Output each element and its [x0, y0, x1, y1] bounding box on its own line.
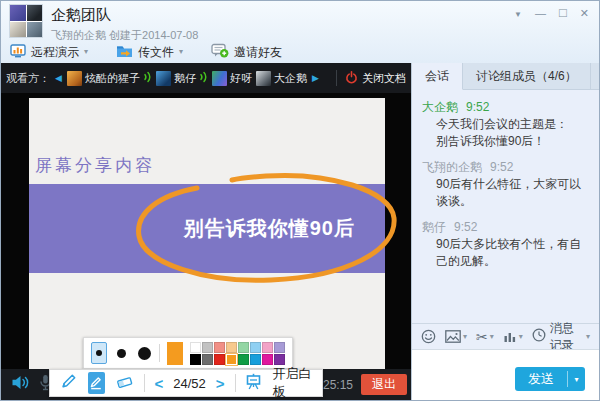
close-document-label: 关闭文档: [362, 71, 406, 86]
avatar: [27, 22, 43, 38]
chat-toolbar: ▾ ✂ ▾ ▾ 消息记录 ▾: [412, 323, 599, 349]
color-swatch[interactable]: [190, 354, 201, 365]
message-input[interactable]: 发送 ▾: [412, 349, 599, 400]
viewer-name: 鹅仔: [174, 71, 196, 86]
scroll-right-icon[interactable]: ▶: [311, 73, 320, 83]
session-timer: 25:15: [323, 378, 353, 392]
message-text: 别告诉我你懂90后！: [436, 133, 589, 150]
viewer-item[interactable]: 鹅仔: [156, 71, 208, 86]
pen-tool-button[interactable]: [60, 372, 78, 394]
invite-friends-button[interactable]: 邀请好友: [211, 43, 282, 61]
top-area: 企鹅团队 飞翔的企鹅 创建于2014-07-08 ▼ — □ ✕ 远程演示 ▾: [1, 1, 599, 63]
avatar: [27, 5, 43, 21]
viewer-item[interactable]: 大企鹅: [256, 71, 307, 86]
color-swatch[interactable]: [238, 342, 249, 353]
color-swatch[interactable]: [274, 342, 285, 353]
chevron-down-icon: ▾: [519, 333, 523, 341]
scroll-left-icon[interactable]: ◀: [54, 73, 63, 83]
eraser-tool-button[interactable]: [115, 373, 134, 393]
color-swatch[interactable]: [274, 354, 285, 365]
sender-name: 飞翔的企鹅: [422, 160, 482, 174]
viewer-item[interactable]: 好呀: [212, 71, 252, 86]
tab-conversation[interactable]: 会话: [412, 63, 463, 90]
menu-icon[interactable]: ▼: [514, 9, 522, 21]
chevron-down-icon: ▾: [84, 48, 88, 56]
remote-demo-icon: [10, 44, 26, 61]
open-whiteboard-button[interactable]: 开启白板: [272, 365, 312, 401]
speaking-signal-icon: [143, 71, 152, 85]
maximize-icon[interactable]: □: [559, 7, 567, 21]
group-avatar: [9, 4, 43, 38]
next-page-button[interactable]: >: [216, 376, 225, 391]
send-label[interactable]: 发送: [515, 367, 567, 391]
slide-heading: 屏幕分享内容: [35, 154, 155, 177]
avatar: [10, 5, 26, 21]
main-toolbar: 远程演示 ▾ 传文件 ▾ 邀请好友: [1, 41, 599, 63]
sender-name: 大企鹅: [422, 100, 458, 114]
color-swatch[interactable]: [250, 342, 261, 353]
divider: [159, 344, 160, 362]
slide-banner-text: 别告诉我你懂90后: [184, 215, 355, 242]
minimize-icon[interactable]: —: [535, 7, 546, 21]
shared-screen-stage: 屏幕分享内容 别告诉我你懂90后: [1, 93, 411, 400]
speaker-icon[interactable]: [11, 374, 30, 395]
color-swatch[interactable]: [262, 354, 273, 365]
power-icon: [345, 71, 358, 86]
viewer-item[interactable]: 炫酷的猩子: [67, 71, 152, 86]
scissors-icon: ✂: [476, 329, 488, 345]
color-swatch[interactable]: [190, 342, 201, 353]
divider: [144, 374, 145, 392]
whiteboard-icon: [245, 373, 262, 394]
chevron-down-icon: ▾: [179, 48, 183, 56]
remote-demo-button[interactable]: 远程演示 ▾: [10, 44, 88, 61]
folder-icon: [116, 44, 133, 61]
exit-button[interactable]: 退出: [361, 374, 407, 395]
message-list: 大企鹅9:52 今天我们会议的主题是： 别告诉我你懂90后！ 飞翔的企鹅9:52…: [412, 90, 599, 323]
avatar: [256, 71, 271, 86]
divider: [336, 70, 337, 86]
remote-demo-label: 远程演示: [31, 44, 79, 61]
speaking-signal-icon: [199, 71, 208, 85]
color-swatch[interactable]: [214, 342, 225, 353]
chat-tabs: 会话 讨论组成员（4/6）: [412, 63, 599, 90]
invite-friends-label: 邀请好友: [234, 44, 282, 61]
annotation-toolbar: < 24/52 > 开启白板: [49, 369, 323, 397]
avatar: [10, 22, 26, 38]
color-swatch[interactable]: [202, 342, 213, 353]
shared-slide: 屏幕分享内容 别告诉我你懂90后: [29, 98, 385, 371]
viewer-name: 好呀: [230, 71, 252, 86]
color-swatch-selected[interactable]: [226, 354, 237, 365]
tab-members[interactable]: 讨论组成员（4/6）: [463, 63, 591, 89]
chat-message: 鹅仔9:52 90后大多比较有个性，有自己的见解。: [422, 219, 589, 270]
send-file-label: 传文件: [138, 44, 174, 61]
pen-size-large-button[interactable]: [137, 342, 153, 364]
window-controls: ▼ — □ ✕: [514, 7, 589, 21]
title-bar: 企鹅团队 飞翔的企鹅 创建于2014-07-08 ▼ — □ ✕: [1, 1, 599, 41]
vote-button[interactable]: ▾: [503, 331, 523, 343]
send-file-button[interactable]: 传文件 ▾: [116, 44, 183, 61]
slide-banner: 别告诉我你懂90后: [29, 184, 385, 273]
color-swatch[interactable]: [250, 354, 261, 365]
chat-message: 大企鹅9:52 今天我们会议的主题是： 别告诉我你懂90后！: [422, 99, 589, 150]
image-button[interactable]: ▾: [445, 330, 467, 343]
pen-size-medium-button[interactable]: [114, 342, 130, 364]
color-swatch[interactable]: [238, 354, 249, 365]
emoji-button[interactable]: [421, 329, 436, 344]
prev-page-button[interactable]: <: [155, 376, 164, 391]
color-swatch[interactable]: [226, 342, 237, 353]
pen-size-small-button[interactable]: [91, 342, 107, 364]
color-swatch[interactable]: [214, 354, 225, 365]
chat-message: 飞翔的企鹅9:52 90后有什么特征，大家可以谈谈。: [422, 159, 589, 210]
highlighter-tool-button-selected[interactable]: [88, 372, 105, 394]
screenshot-button[interactable]: ✂ ▾: [476, 329, 494, 345]
title-block: 企鹅团队 飞翔的企鹅 创建于2014-07-08: [51, 4, 198, 43]
send-options-icon[interactable]: ▾: [568, 367, 585, 391]
close-document-button[interactable]: 关闭文档: [345, 71, 406, 86]
window-title: 企鹅团队: [51, 6, 198, 25]
chat-panel: 会话 讨论组成员（4/6） 大企鹅9:52 今天我们会议的主题是： 别告诉我你懂…: [411, 63, 599, 400]
send-button[interactable]: 发送 ▾: [515, 367, 585, 391]
chevron-down-icon: ▾: [463, 333, 467, 341]
close-icon[interactable]: ✕: [580, 7, 589, 21]
color-swatch[interactable]: [202, 354, 213, 365]
color-swatch[interactable]: [262, 342, 273, 353]
